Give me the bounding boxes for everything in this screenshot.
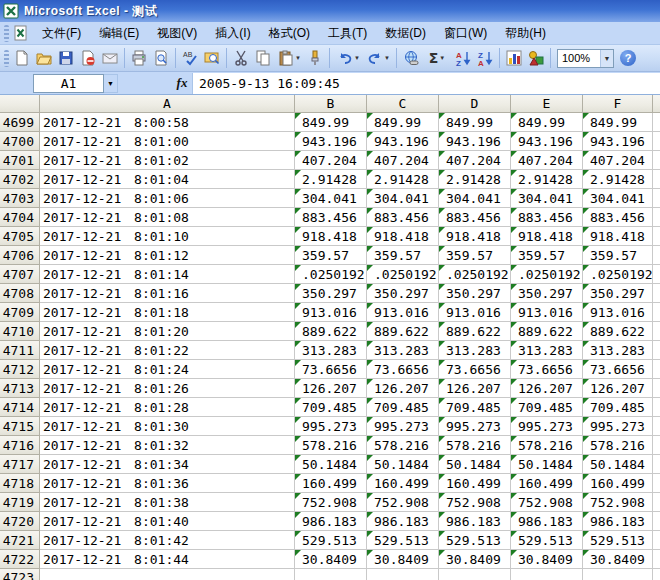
cell-value[interactable]: 73.6656 [439,360,511,379]
cell-value[interactable]: 304.041 [583,189,653,208]
email-button[interactable] [99,47,121,69]
column-header-b[interactable]: B [295,95,367,113]
cell-value[interactable]: 160.499 [511,474,583,493]
cell-value[interactable]: 359.57 [511,246,583,265]
cell-value[interactable]: 313.283 [295,341,367,360]
cell-value[interactable]: 578.216 [367,436,439,455]
menu-window[interactable]: 窗口(W) [435,22,496,45]
row-header[interactable]: 4701 [0,151,40,170]
zoom-combobox[interactable]: 100% ▼ [557,49,614,68]
row-header[interactable]: 4721 [0,531,40,550]
insert-hyperlink-button[interactable] [400,47,422,69]
cell-value[interactable]: 986.183 [439,512,511,531]
format-painter-button[interactable] [304,47,326,69]
cell-value[interactable]: 50.1484 [583,455,653,474]
cell-value[interactable]: 913.016 [367,303,439,322]
new-document-button[interactable] [11,47,33,69]
cell-value[interactable]: 986.183 [367,512,439,531]
cell-value[interactable]: 350.297 [583,284,653,303]
row-header[interactable]: 4702 [0,170,40,189]
cell-value[interactable]: 359.57 [583,246,653,265]
cell-value[interactable]: 313.283 [367,341,439,360]
cell-value[interactable]: 709.485 [511,398,583,417]
cell-value[interactable]: 578.216 [511,436,583,455]
cell-value[interactable]: 752.908 [439,493,511,512]
row-header[interactable]: 4704 [0,208,40,227]
cell-value[interactable]: 995.273 [511,417,583,436]
cell-value[interactable]: 350.297 [295,284,367,303]
print-button[interactable] [128,47,150,69]
drawing-button[interactable] [525,47,547,69]
row-header[interactable]: 4722 [0,550,40,569]
cell-value[interactable]: 889.622 [295,322,367,341]
cell-value[interactable]: 918.418 [295,227,367,246]
cell-value[interactable]: 73.6656 [583,360,653,379]
cell-value[interactable]: 359.57 [295,246,367,265]
cell-value[interactable]: 913.016 [295,303,367,322]
cell-value[interactable]: 943.196 [511,132,583,151]
cell-value[interactable]: 529.513 [295,531,367,550]
cell-value[interactable]: 160.499 [439,474,511,493]
cell-timestamp[interactable]: 2017-12-21 8:01:22 [40,341,295,360]
redo-button[interactable]: ▼ [363,47,393,69]
cell-value[interactable]: 986.183 [511,512,583,531]
cell-value[interactable]: 913.016 [583,303,653,322]
cell-value[interactable]: 529.513 [583,531,653,550]
cell-value[interactable]: 889.622 [367,322,439,341]
cell-timestamp[interactable]: 2017-12-21 8:01:06 [40,189,295,208]
menu-edit[interactable]: 编辑(E) [90,22,148,45]
cell-value[interactable]: .0250192 [583,265,653,284]
cell-value[interactable]: 849.99 [583,113,653,132]
paste-button[interactable]: ▼ [274,47,304,69]
cell-timestamp[interactable]: 2017-12-21 8:01:02 [40,151,295,170]
menu-file[interactable]: 文件(F) [33,22,90,45]
cell-value[interactable]: 578.216 [295,436,367,455]
cell-timestamp[interactable]: 2017-12-21 8:01:38 [40,493,295,512]
cell-value[interactable]: 407.204 [583,151,653,170]
cell-timestamp[interactable]: 2017-12-21 8:01:24 [40,360,295,379]
title-bar[interactable]: Microsoft Excel - 测试 [0,0,660,22]
cell-value[interactable]: 2.91428 [295,170,367,189]
cell-value[interactable]: 918.418 [367,227,439,246]
sort-descending-button[interactable]: ZA [474,47,496,69]
cell-value[interactable]: 986.183 [583,512,653,531]
cell-empty[interactable] [367,569,439,580]
cell-value[interactable]: 313.283 [439,341,511,360]
row-header[interactable]: 4714 [0,398,40,417]
cell-timestamp[interactable]: 2017-12-21 8:00:58 [40,113,295,132]
cell-timestamp[interactable]: 2017-12-21 8:01:28 [40,398,295,417]
cell-timestamp[interactable]: 2017-12-21 8:01:10 [40,227,295,246]
menu-data[interactable]: 数据(D) [376,22,435,45]
cell-value[interactable]: 126.207 [367,379,439,398]
cell-value[interactable]: 313.283 [583,341,653,360]
cell-value[interactable]: 943.196 [439,132,511,151]
save-button[interactable] [55,47,77,69]
print-preview-button[interactable] [150,47,172,69]
row-header[interactable]: 4700 [0,132,40,151]
column-header-d[interactable]: D [439,95,511,113]
row-header[interactable]: 4707 [0,265,40,284]
cell-value[interactable]: 304.041 [295,189,367,208]
cell-value[interactable]: 73.6656 [511,360,583,379]
cell-timestamp[interactable] [40,569,295,580]
cell-value[interactable]: 160.499 [367,474,439,493]
cell-timestamp[interactable]: 2017-12-21 8:01:20 [40,322,295,341]
cell-value[interactable]: 73.6656 [295,360,367,379]
cell-value[interactable]: 889.622 [511,322,583,341]
cell-value[interactable]: 943.196 [367,132,439,151]
cell-value[interactable]: 995.273 [583,417,653,436]
row-header[interactable]: 4709 [0,303,40,322]
cell-value[interactable]: 407.204 [511,151,583,170]
cut-button[interactable] [230,47,252,69]
cell-value[interactable]: 304.041 [511,189,583,208]
cell-value[interactable]: 913.016 [511,303,583,322]
cell-value[interactable]: 160.499 [583,474,653,493]
cell-value[interactable]: 889.622 [583,322,653,341]
cell-value[interactable]: 2.91428 [511,170,583,189]
cell-value[interactable]: 918.418 [583,227,653,246]
cell-value[interactable]: .0250192 [439,265,511,284]
cell-value[interactable]: 30.8409 [367,550,439,569]
cell-value[interactable]: 350.297 [367,284,439,303]
cell-value[interactable]: 752.908 [583,493,653,512]
cell-value[interactable]: 709.485 [295,398,367,417]
